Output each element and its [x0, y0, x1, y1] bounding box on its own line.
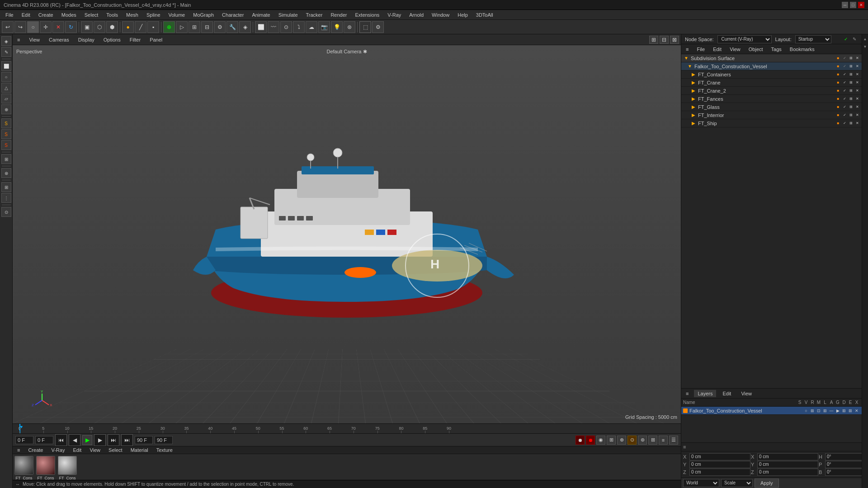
toolbar-select-all[interactable]: ⬚ — [359, 21, 371, 33]
mat-menu-vray[interactable]: V-Ray — [48, 446, 67, 454]
scale-dropdown[interactable]: Scale — [721, 479, 753, 487]
node-space-select[interactable]: Current (V-Ray) — [717, 35, 772, 43]
toolbar-camera[interactable]: 📷 — [318, 21, 330, 33]
end-frame-input[interactable] — [135, 436, 153, 444]
menu-animate[interactable]: Animate — [248, 11, 274, 19]
transport-anim[interactable]: ⊙ — [627, 436, 637, 445]
toolbar-vr[interactable]: ◈ — [239, 21, 251, 33]
layer-tab-view[interactable]: View — [737, 390, 755, 397]
mat-menu-create[interactable]: Create — [25, 446, 46, 454]
close-button[interactable]: ✕ — [858, 2, 864, 8]
coord-input-x[interactable] — [689, 453, 750, 460]
mat-menu-texture[interactable]: Texture — [154, 446, 175, 454]
coord-input-y[interactable] — [689, 461, 750, 468]
transport-end[interactable]: ⏭ — [121, 434, 133, 446]
menu-arnold[interactable]: Arnold — [406, 11, 427, 19]
vp-menu-toggle[interactable]: ≡ — [14, 36, 23, 43]
toolbar-render-region[interactable]: ⊞ — [189, 21, 200, 33]
menu-vray[interactable]: V-Ray — [384, 11, 405, 19]
toolbar-move[interactable]: ✛ — [40, 21, 52, 33]
object-row-containers[interactable]: ▶ FT_Containers ■ ✓ ⊞ ✕ — [681, 70, 862, 79]
toolbar-rotate[interactable]: ↻ — [65, 21, 77, 33]
sidebar-snap-btn[interactable]: ⊙ — [1, 207, 11, 217]
toolbar-redo[interactable]: ↪ — [14, 21, 26, 33]
om-tags[interactable]: Tags — [769, 46, 784, 53]
menu-extensions[interactable]: Extensions — [351, 11, 383, 19]
transport-motion[interactable]: ⊞ — [607, 436, 616, 445]
object-row-falkor[interactable]: ▼ Falkor_Too_Construction_Vessel ■ ✓ ⊞ ✕ — [681, 62, 862, 70]
edge-btn-2[interactable]: ▼ — [863, 43, 867, 51]
menu-tools[interactable]: Tools — [103, 11, 122, 19]
world-dropdown[interactable]: World — [683, 479, 719, 487]
object-row-subdivision[interactable]: ▼ Subdivision Surface ■ ✓ ⊞ ✕ — [681, 54, 862, 62]
transport-key[interactable]: ◉ — [596, 436, 605, 445]
menu-render[interactable]: Render — [327, 11, 350, 19]
om-toggle[interactable]: ≡ — [683, 46, 691, 53]
toolbar-live-select[interactable]: ○ — [27, 21, 39, 33]
sidebar-cube-btn[interactable]: ⬜ — [1, 61, 11, 71]
object-row-crane2[interactable]: ▶ FT_Crane_2 ■ ✓ ⊞ ✕ — [681, 87, 862, 95]
vp-menu-options[interactable]: Options — [101, 36, 123, 43]
toolbar-object[interactable]: ⬡ — [94, 21, 105, 33]
object-row-glass[interactable]: ▶ FT_Glass ■ ✓ ⊞ ✕ — [681, 103, 862, 111]
sidebar-torus-btn[interactable]: ⊕ — [1, 104, 11, 114]
om-edit[interactable]: Edit — [710, 46, 724, 53]
menu-edit[interactable]: Edit — [18, 11, 34, 19]
toolbar-settings[interactable]: ⚙ — [372, 21, 384, 33]
layer-row-falkor[interactable]: Falkor_Too_Construction_Vessel ○ ⊞ ⊡ ⊞ —… — [681, 407, 862, 415]
layout-select[interactable]: Startup — [795, 35, 831, 43]
maximize-button[interactable]: □ — [850, 2, 856, 8]
mat-menu-material[interactable]: Material — [128, 446, 151, 454]
fps2-input[interactable] — [155, 436, 173, 444]
object-row-crane[interactable]: ▶ FT_Crane ■ ✓ ⊞ ✕ — [681, 79, 862, 87]
om-bookmarks[interactable]: Bookmarks — [787, 46, 817, 53]
menu-file[interactable]: File — [2, 11, 17, 19]
sidebar-paint2-btn[interactable]: ⊞ — [1, 154, 11, 164]
toolbar-render[interactable]: ▷ — [176, 21, 188, 33]
menu-select[interactable]: Select — [81, 11, 102, 19]
toolbar-edge[interactable]: ╱ — [135, 21, 146, 33]
sidebar-s-btn[interactable]: S — [1, 118, 11, 128]
menu-simulate[interactable]: Simulate — [275, 11, 302, 19]
sidebar-grid-btn[interactable]: ⊞ — [1, 182, 11, 192]
object-row-ship[interactable]: ▶ FT_Ship ■ ✓ ⊞ ✕ — [681, 119, 862, 127]
mat-menu-select[interactable]: Select — [106, 446, 125, 454]
object-row-interior[interactable]: ▶ FT_Interrior ■ ✓ ⊞ ✕ — [681, 111, 862, 119]
om-checkmark[interactable]: ✓ — [842, 36, 849, 43]
fps-input[interactable] — [35, 436, 53, 444]
om-view[interactable]: View — [727, 46, 743, 53]
toolbar-undo[interactable]: ↩ — [2, 21, 14, 33]
coord-input-y2[interactable] — [757, 461, 818, 468]
material-item-1[interactable]: FT_Cons — [14, 456, 33, 480]
transport-key2[interactable]: ⊕ — [617, 436, 626, 445]
menu-character[interactable]: Character — [218, 11, 247, 19]
toolbar-deform[interactable]: ⤵ — [293, 21, 305, 33]
mat-menu-view[interactable]: View — [87, 446, 103, 454]
vp-btn-1[interactable]: ⊞ — [649, 36, 658, 44]
om-file[interactable]: File — [694, 46, 708, 53]
sidebar-plane-btn[interactable]: ▱ — [1, 94, 11, 103]
vp-menu-filter[interactable]: Filter — [127, 36, 143, 43]
transport-play[interactable]: ▶ — [82, 435, 92, 445]
vp-menu-panel[interactable]: Panel — [147, 36, 165, 43]
menu-create[interactable]: Create — [35, 11, 57, 19]
transport-settings[interactable]: ⊛ — [638, 436, 647, 445]
toolbar-render-active[interactable]: ⊟ — [201, 21, 213, 33]
menu-tracker[interactable]: Tracker — [302, 11, 326, 19]
timeline[interactable]: ▼ 051015202530354045505560657075808590 — [13, 423, 681, 433]
toolbar-render-settings[interactable]: ⚙ — [214, 21, 226, 33]
toolbar-spline-obj[interactable]: 〰 — [268, 21, 279, 33]
toolbar-edit-render[interactable]: 🔧 — [226, 21, 238, 33]
toolbar-cube[interactable]: ⬜ — [255, 21, 267, 33]
menu-modes[interactable]: Modes — [58, 11, 80, 19]
toolbar-custom[interactable]: ⊛ — [344, 21, 355, 33]
sidebar-grid2-btn[interactable]: ⋮ — [1, 193, 11, 203]
toolbar-nurbs[interactable]: ⊙ — [280, 21, 292, 33]
toolbar-scale[interactable]: ✕ — [52, 21, 64, 33]
vp-btn-3[interactable]: ⊠ — [670, 36, 679, 44]
coord-input-z[interactable] — [689, 469, 750, 476]
transport-timeline[interactable]: ⊞ — [648, 436, 657, 445]
layer-tab-edit[interactable]: Edit — [719, 390, 735, 397]
transport-motion2[interactable]: ☰ — [669, 436, 678, 445]
layer-toggle[interactable]: ≡ — [683, 390, 691, 397]
